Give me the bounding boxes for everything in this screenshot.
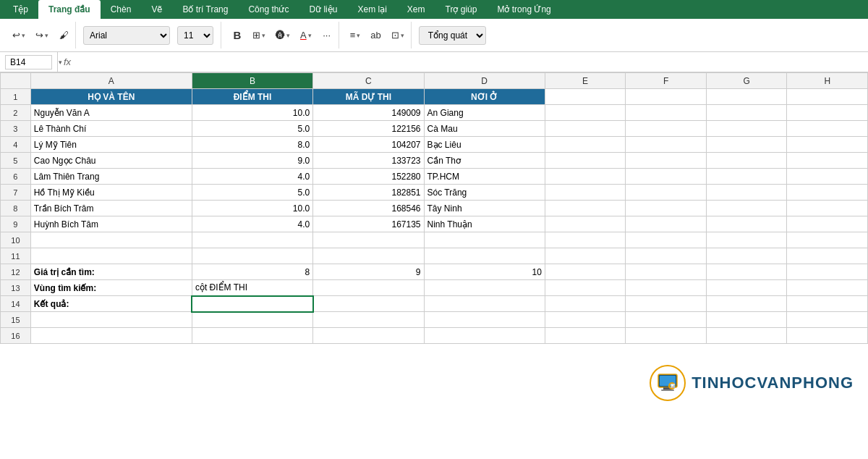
- cell-e[interactable]: [545, 328, 626, 344]
- cell-h[interactable]: [787, 280, 868, 296]
- cell-f[interactable]: [626, 232, 707, 248]
- cell-f[interactable]: [626, 264, 707, 280]
- cell-h[interactable]: [787, 169, 868, 185]
- cell-h[interactable]: [787, 216, 868, 232]
- tab-xem-lai[interactable]: Xem lại: [347, 0, 396, 19]
- cell-h[interactable]: [787, 105, 868, 121]
- font-select[interactable]: Arial: [83, 26, 170, 45]
- tab-tro-giup[interactable]: Trợ giúp: [435, 0, 488, 19]
- tab-bo-tri-trang[interactable]: Bố trí Trang: [172, 0, 238, 19]
- cell-a[interactable]: Hồ Thị Mỹ Kiều: [30, 185, 192, 201]
- cell-a[interactable]: Huỳnh Bích Tâm: [30, 216, 192, 232]
- cell-g[interactable]: [706, 312, 787, 328]
- cell-a[interactable]: Kết quả:: [30, 296, 192, 312]
- cell-f[interactable]: [626, 137, 707, 153]
- cell-g[interactable]: [706, 185, 787, 201]
- cell-b[interactable]: 5.0: [192, 185, 312, 201]
- cell-e[interactable]: [545, 169, 626, 185]
- cell-f[interactable]: [626, 169, 707, 185]
- cell-b[interactable]: [192, 232, 312, 248]
- cell-d[interactable]: 10: [424, 264, 545, 280]
- cell-h[interactable]: [787, 89, 868, 105]
- cell-d[interactable]: [424, 296, 545, 312]
- cell-h[interactable]: [787, 328, 868, 344]
- cell-g[interactable]: [706, 153, 787, 169]
- cell-f[interactable]: [626, 216, 707, 232]
- col-header-e[interactable]: E: [545, 73, 626, 89]
- col-header-h[interactable]: H: [787, 73, 868, 89]
- tab-cong-thuc[interactable]: Công thức: [238, 0, 299, 19]
- cell-c[interactable]: 104207: [313, 137, 424, 153]
- number-format-select[interactable]: Tổng quát: [419, 26, 486, 45]
- col-header-f[interactable]: F: [626, 73, 707, 89]
- cell-b[interactable]: [192, 312, 312, 328]
- font-color-button[interactable]: A▾: [297, 25, 315, 46]
- cell-d[interactable]: [424, 328, 545, 344]
- fill-color-button[interactable]: 🅐▾: [272, 25, 294, 46]
- cell-e[interactable]: [545, 296, 626, 312]
- cell-f[interactable]: [626, 105, 707, 121]
- cell-h[interactable]: [787, 201, 868, 216]
- cell-d[interactable]: Cà Mau: [424, 121, 545, 137]
- col-header-d[interactable]: D: [424, 73, 545, 89]
- tab-chen[interactable]: Chèn: [101, 0, 142, 19]
- cell-d[interactable]: Cần Thơ: [424, 153, 545, 169]
- cell-c[interactable]: 182851: [313, 185, 424, 201]
- cell-c[interactable]: MÃ DỰ THI: [313, 89, 424, 105]
- cell-e[interactable]: [545, 185, 626, 201]
- cell-b[interactable]: [192, 296, 312, 312]
- cell-e[interactable]: [545, 89, 626, 105]
- cell-g[interactable]: [706, 248, 787, 264]
- tab-du-lieu[interactable]: Dữ liệu: [299, 0, 347, 19]
- tab-xem[interactable]: Xem: [397, 0, 435, 19]
- col-header-b[interactable]: B: [192, 73, 312, 89]
- cell-d[interactable]: An Giang: [424, 105, 545, 121]
- cell-ref-input[interactable]: [5, 55, 52, 70]
- cell-h[interactable]: [787, 232, 868, 248]
- cell-c[interactable]: 9: [313, 264, 424, 280]
- tab-mo-trong-ung[interactable]: Mở trong Ứng: [487, 0, 561, 19]
- cell-d[interactable]: Ninh Thuận: [424, 216, 545, 232]
- font-size-select[interactable]: 11: [177, 26, 213, 45]
- cell-d[interactable]: Sóc Trăng: [424, 185, 545, 201]
- more-button[interactable]: ···: [318, 25, 336, 46]
- cell-a[interactable]: [30, 248, 192, 264]
- tab-ve[interactable]: Vẽ: [141, 0, 172, 19]
- merge-button[interactable]: ⊡▾: [388, 25, 408, 46]
- align-button[interactable]: ≡▾: [346, 25, 365, 46]
- cell-a[interactable]: Trần Bích Trâm: [30, 201, 192, 216]
- cell-g[interactable]: [706, 328, 787, 344]
- cell-d[interactable]: [424, 248, 545, 264]
- col-header-g[interactable]: G: [706, 73, 787, 89]
- cell-a[interactable]: Giá trị cần tìm:: [30, 264, 192, 280]
- undo-button[interactable]: ↩▾: [9, 25, 29, 46]
- cell-a[interactable]: HỌ VÀ TÊN: [30, 89, 192, 105]
- cell-a[interactable]: [30, 312, 192, 328]
- cell-b[interactable]: cột ĐIỂM THI: [192, 280, 312, 296]
- cell-f[interactable]: [626, 121, 707, 137]
- cell-d[interactable]: Bạc Liêu: [424, 137, 545, 153]
- cell-c[interactable]: 167135: [313, 216, 424, 232]
- cell-g[interactable]: [706, 105, 787, 121]
- cell-f[interactable]: [626, 328, 707, 344]
- cell-f[interactable]: [626, 185, 707, 201]
- cell-e[interactable]: [545, 105, 626, 121]
- tab-tep[interactable]: Tệp: [3, 0, 38, 19]
- cell-h[interactable]: [787, 312, 868, 328]
- cell-g[interactable]: [706, 137, 787, 153]
- cell-e[interactable]: [545, 248, 626, 264]
- cell-d[interactable]: [424, 232, 545, 248]
- col-header-a[interactable]: A: [30, 73, 192, 89]
- cell-e[interactable]: [545, 121, 626, 137]
- cell-b[interactable]: 10.0: [192, 201, 312, 216]
- cell-a[interactable]: [30, 232, 192, 248]
- cell-b[interactable]: 9.0: [192, 153, 312, 169]
- cell-g[interactable]: [706, 216, 787, 232]
- cell-c[interactable]: [313, 248, 424, 264]
- cell-d[interactable]: [424, 280, 545, 296]
- cell-h[interactable]: [787, 137, 868, 153]
- cell-h[interactable]: [787, 248, 868, 264]
- cell-f[interactable]: [626, 312, 707, 328]
- borders-button[interactable]: ⊞▾: [249, 25, 269, 46]
- cell-a[interactable]: Vùng tìm kiếm:: [30, 280, 192, 296]
